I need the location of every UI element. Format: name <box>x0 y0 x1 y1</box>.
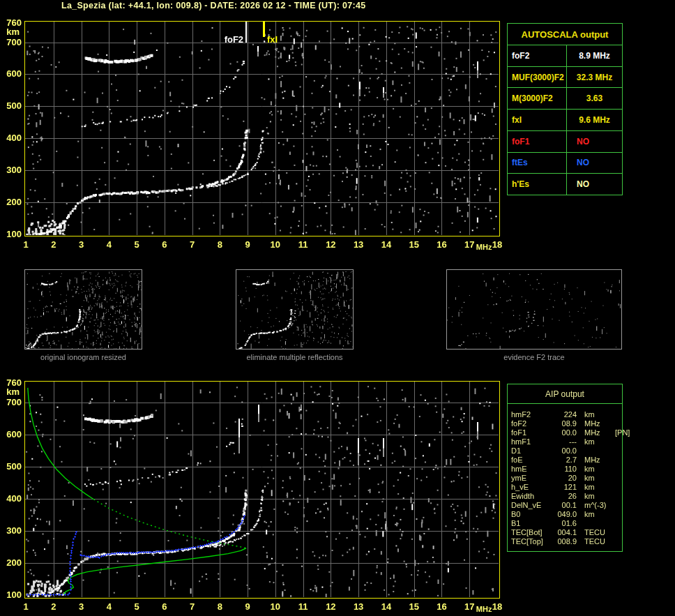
aip-row-unit: TECU <box>577 528 615 537</box>
aip-output-table: AIP output hmF2224kmfoF208.9MHzfoF100.0M… <box>507 384 623 552</box>
aip-row-value: 004.1 <box>553 528 577 537</box>
aip-row-value: --- <box>553 437 577 446</box>
autoscala-row-label: ftEs <box>508 153 567 174</box>
autoscala-row-label: foF2 <box>508 45 567 66</box>
aip-row-value: 049.0 <box>553 510 577 519</box>
autoscala-row: ftEsNO <box>508 152 622 174</box>
aip-row-unit: km <box>577 492 615 501</box>
aip-row: hmF2224km <box>508 410 622 419</box>
autoscala-row: h'EsNO <box>508 173 622 195</box>
autoscala-row-value: NO <box>567 174 622 195</box>
aip-row-value: 08.9 <box>553 419 577 428</box>
aip-row-name: ymE <box>508 474 553 483</box>
autoscala-row-value: NO <box>567 153 622 174</box>
aip-row-unit: km <box>577 437 615 446</box>
aip-table-rows: hmF2224kmfoF208.9MHzfoF100.0MHz[PN]hmF1-… <box>508 404 622 546</box>
thumbnail-caption-evidence: evidence F2 trace <box>446 353 622 361</box>
aip-row: TEC[Bot]004.1TECU <box>508 528 622 537</box>
aip-row-unit: MHz <box>577 419 615 428</box>
aip-row: foE2.7MHz <box>508 456 622 465</box>
autoscala-row-value: 8.9 MHz <box>567 45 622 66</box>
aip-row-value: 01.6 <box>553 519 577 528</box>
aip-row: foF208.9MHz <box>508 419 622 428</box>
autoscala-row-label: MUF(3000)F2 <box>508 67 567 88</box>
autoscala-row-value: 9.6 MHz <box>567 110 622 130</box>
aip-row-value: 008.9 <box>553 537 577 546</box>
aip-row: DelN_vE00.1m^(-3) <box>508 501 622 510</box>
autoscala-row: fxI9.6 MHz <box>508 109 622 130</box>
autoscala-row: foF1NO <box>508 130 622 152</box>
aip-row-name: Ewidth <box>508 492 553 501</box>
aip-row-unit: km <box>577 483 615 492</box>
aip-row-name: foF2 <box>508 419 553 428</box>
autoscala-output-table: AUTOSCALA output foF28.9 MHzMUF(3000)F23… <box>507 23 623 195</box>
aip-row: h_vE121km <box>508 483 622 492</box>
aip-row-unit: MHz <box>577 456 615 465</box>
thumbnail-caption-original: original ionogram resized <box>24 353 142 361</box>
autoscala-row-label: M(3000)F2 <box>508 88 567 109</box>
aip-row-name: DelN_vE <box>508 501 553 510</box>
aip-row: ymE20km <box>508 474 622 483</box>
aip-row-name: hmF2 <box>508 410 553 419</box>
aip-row-unit: MHz <box>577 428 615 437</box>
autoscala-row: foF28.9 MHz <box>508 45 622 66</box>
aip-row-value: 121 <box>553 483 577 492</box>
autoscala-row-label: h'Es <box>508 174 567 195</box>
thumbnail-caption-eliminate: eliminate multiple reflections <box>236 353 354 361</box>
station-title: La_Spezia (lat: +44.1, lon: 009.8) - DAT… <box>61 1 365 10</box>
aip-row-unit: km <box>577 474 615 483</box>
aip-row-extra: [PN] <box>615 428 630 437</box>
aip-row-name: B0 <box>508 510 553 519</box>
aip-row-value: 00.1 <box>553 501 577 510</box>
aip-row-name: TEC[Top] <box>508 537 553 546</box>
aip-row-name: foF1 <box>508 428 553 437</box>
aip-row: Ewidth26km <box>508 492 622 501</box>
autoscala-row: MUF(3000)F232.3 MHz <box>508 66 622 88</box>
autoscala-table-rows: foF28.9 MHzMUF(3000)F232.3 MHzM(3000)F23… <box>508 45 622 195</box>
aip-row-name: TEC[Bot] <box>508 528 553 537</box>
aip-row-unit: m^(-3) <box>577 501 615 510</box>
aip-row-name: hmE <box>508 465 553 474</box>
aip-row: D100.0 <box>508 446 622 456</box>
autoscala-row-label: foF1 <box>508 131 567 152</box>
aip-row-value: 2.7 <box>553 456 577 465</box>
autoscala-window: La_Spezia (lat: +44.1, lon: 009.8) - DAT… <box>0 0 675 616</box>
aip-row-value: 26 <box>553 492 577 501</box>
aip-row-unit: km <box>577 410 615 419</box>
aip-row-value: 224 <box>553 410 577 419</box>
aip-row-name: hmF1 <box>508 437 553 446</box>
aip-row-unit: TECU <box>577 537 615 546</box>
aip-row-name: D1 <box>508 446 553 456</box>
aip-row: TEC[Top]008.9TECU <box>508 537 622 546</box>
aip-row-name: h_vE <box>508 483 553 492</box>
aip-row-name: B1 <box>508 519 553 528</box>
autoscala-row-value: NO <box>567 131 622 152</box>
aip-row-value: 00.0 <box>553 446 577 456</box>
autoscala-row: M(3000)F23.63 <box>508 87 622 109</box>
aip-row-value: 20 <box>553 474 577 483</box>
aip-row-unit: km <box>577 465 615 474</box>
aip-row: hmF1---km <box>508 437 622 446</box>
aip-row-value: 00.0 <box>553 428 577 437</box>
autoscala-row-label: fxI <box>508 110 567 130</box>
aip-row: hmE110km <box>508 465 622 474</box>
aip-row: B0049.0km <box>508 510 622 519</box>
aip-row: foF100.0MHz[PN] <box>508 428 622 437</box>
autoscala-row-value: 3.63 <box>567 88 622 109</box>
aip-row-unit: km <box>577 510 615 519</box>
aip-row: B101.6 <box>508 519 622 528</box>
autoscala-row-value: 32.3 MHz <box>567 67 622 88</box>
aip-table-title: AIP output <box>508 384 622 404</box>
aip-row-value: 110 <box>553 465 577 474</box>
aip-row-name: foE <box>508 456 553 465</box>
autoscala-table-title: AUTOSCALA output <box>508 24 622 45</box>
